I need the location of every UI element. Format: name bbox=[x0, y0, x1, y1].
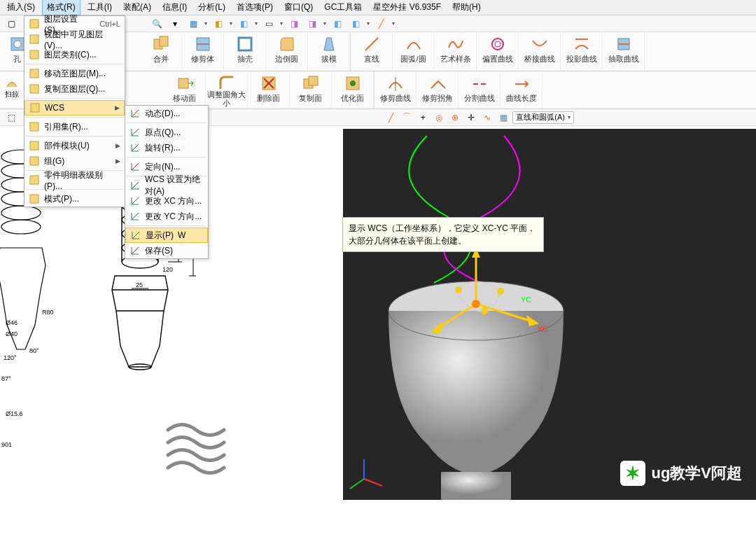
submenu-item[interactable]: 更改 XC 方向... bbox=[125, 193, 208, 209]
ribbon-line[interactable]: 直线 bbox=[351, 32, 393, 71]
ribbon-trim[interactable]: 修剪体 bbox=[182, 32, 224, 71]
draft-icon bbox=[320, 35, 338, 53]
search-icon[interactable]: 🔍 bbox=[150, 17, 164, 31]
menu-item[interactable]: 零件明细表级别(P)... bbox=[24, 172, 125, 188]
point-tool-icon[interactable]: + bbox=[416, 111, 430, 125]
line-icon[interactable]: ╱ bbox=[374, 17, 388, 31]
svg-text:80°: 80° bbox=[29, 347, 39, 354]
optface-icon bbox=[344, 74, 362, 92]
menu-starplugin[interactable]: 星空外挂 V6.935F bbox=[369, 0, 445, 15]
menu-gctoolbox[interactable]: GC工具箱 bbox=[320, 0, 366, 15]
save-icon bbox=[130, 245, 141, 256]
bezier-tool-icon[interactable]: ∿ bbox=[480, 111, 494, 125]
submenu-item[interactable]: 动态(D)... bbox=[125, 106, 208, 121]
menu-help[interactable]: 帮助(H) bbox=[448, 0, 485, 15]
ribbon-label: 圆弧/圆 bbox=[400, 55, 426, 63]
target-tool-icon[interactable]: ⊕ bbox=[448, 111, 462, 125]
grid-icon[interactable]: ▦ bbox=[186, 17, 200, 31]
menu-analysis[interactable]: 分析(L) bbox=[194, 0, 230, 15]
ribbon-arc[interactable]: 圆弧/圆 bbox=[393, 32, 435, 71]
spline-icon bbox=[447, 35, 465, 53]
ribbon-optface[interactable]: 优化面 bbox=[332, 71, 374, 109]
menu-insert[interactable]: 插入(S) bbox=[3, 0, 39, 15]
watermark-text: ug教学V阿超 bbox=[651, 463, 742, 484]
menu-item-label: 复制至图层(Q)... bbox=[44, 83, 105, 95]
ribbon-label: 抽壳 bbox=[237, 55, 253, 63]
ribbon-moveface[interactable]: 移动面 bbox=[164, 71, 206, 109]
bom-icon bbox=[29, 174, 40, 186]
menu-item[interactable]: 视图中可见图层(V)... bbox=[24, 32, 125, 47]
svg-line-7 bbox=[365, 38, 378, 50]
dropdown-icon[interactable]: ▾ bbox=[168, 17, 182, 31]
submenu-item[interactable]: 显示(P)W bbox=[125, 228, 208, 243]
curve-mode-select[interactable]: 直线和圆弧(A)▾ bbox=[512, 111, 574, 124]
cross-tool-icon[interactable]: ✛ bbox=[464, 111, 478, 125]
svg-text:Ø40: Ø40 bbox=[6, 330, 18, 337]
ribbon-resize-fillet[interactable]: 调整圆角大小 bbox=[206, 71, 248, 109]
ribbon-merge[interactable]: 合并 bbox=[140, 32, 182, 71]
ribbon-shell[interactable]: 抽壳 bbox=[224, 32, 266, 71]
submenu-item[interactable]: 保存(S) bbox=[125, 243, 208, 258]
pattern-icon bbox=[29, 193, 40, 204]
menu-item[interactable]: WCS▶ bbox=[24, 100, 125, 116]
ribbon-project[interactable]: 投影曲线 bbox=[561, 32, 603, 71]
submenu-item[interactable]: 定向(N)... bbox=[125, 159, 208, 174]
format-menu: 图层设置(S)...Ctrl+L视图中可见图层(V)...图层类别(C)...移… bbox=[24, 15, 125, 207]
ribbon-deleteface[interactable]: 删除面 bbox=[248, 71, 290, 109]
svg-text:YC: YC bbox=[521, 295, 531, 304]
ribbon-sweep[interactable]: 扫掠 bbox=[0, 71, 24, 109]
ribbon-trimcurve[interactable]: 修剪曲线 bbox=[374, 71, 416, 109]
menu-assembly[interactable]: 装配(A) bbox=[119, 0, 155, 15]
menu-item[interactable]: 模式(P)... bbox=[24, 191, 125, 207]
menu-item[interactable]: 部件模块(U)▶ bbox=[24, 138, 125, 153]
submenu-item[interactable]: 旋转(R)... bbox=[125, 140, 208, 155]
arc-tool-icon[interactable]: ⌒ bbox=[400, 111, 414, 125]
cube-icon[interactable]: ◧ bbox=[349, 17, 363, 31]
menu-item[interactable]: 移动至图层(M)... bbox=[24, 66, 125, 81]
cube-icon[interactable]: ◨ bbox=[305, 17, 319, 31]
tool-button[interactable]: ▢ bbox=[4, 17, 18, 31]
svg-rect-29 bbox=[30, 176, 38, 184]
line-tool-icon[interactable]: ╱ bbox=[384, 111, 398, 125]
menu-info[interactable]: 信息(I) bbox=[158, 0, 191, 15]
cube-icon[interactable]: ◧ bbox=[330, 17, 344, 31]
menu-window[interactable]: 窗口(Q) bbox=[280, 0, 317, 15]
ribbon-copyface[interactable]: 复制面 bbox=[290, 71, 332, 109]
submenu-item[interactable]: WCS 设置为绝对(A) bbox=[125, 178, 208, 193]
dynamic-icon bbox=[130, 108, 141, 119]
ribbon-fillet[interactable]: 边倒圆 bbox=[266, 32, 308, 71]
menu-shortcut: Ctrl+L bbox=[99, 20, 120, 28]
cube-icon[interactable]: ◨ bbox=[287, 17, 301, 31]
rect-icon[interactable]: ▭ bbox=[262, 17, 276, 31]
submenu-arrow-icon: ▶ bbox=[115, 142, 120, 149]
menu-preferences[interactable]: 首选项(P) bbox=[232, 0, 277, 15]
deleteface-icon bbox=[260, 74, 278, 92]
menu-item[interactable]: 组(G)▶ bbox=[24, 153, 125, 169]
ribbon-spline[interactable]: 艺术样条 bbox=[435, 32, 477, 71]
submenu-item[interactable]: 原点(Q)... bbox=[125, 125, 208, 140]
ribbon-label: 合并 bbox=[153, 55, 169, 63]
model-view[interactable]: YC XC ✶ ug教学V阿超 bbox=[343, 129, 756, 500]
ribbon-curvelen[interactable]: 曲线长度 bbox=[500, 71, 542, 109]
submenu-arrow-icon: ▶ bbox=[115, 104, 120, 111]
box-tool-icon[interactable]: ▦ bbox=[496, 111, 510, 125]
trim-icon bbox=[194, 35, 212, 53]
svg-text:25: 25 bbox=[136, 281, 143, 288]
ribbon-bridge[interactable]: 桥接曲线 bbox=[519, 32, 561, 71]
ribbon-trimcorner[interactable]: 修剪拐角 bbox=[416, 71, 458, 109]
circle-tool-icon[interactable]: ◎ bbox=[432, 111, 446, 125]
ribbon-extract[interactable]: 抽取曲线 bbox=[603, 32, 645, 71]
ribbon-offset[interactable]: 偏置曲线 bbox=[477, 32, 519, 71]
menu-item-label: 模式(P)... bbox=[44, 193, 79, 205]
menu-item[interactable]: 复制至图层(Q)... bbox=[24, 81, 125, 97]
ribbon-splitcurve[interactable]: 分割曲线 bbox=[458, 71, 500, 109]
menu-item-label: 视图中可见图层(V)... bbox=[44, 29, 120, 50]
select-icon[interactable]: ⬚ bbox=[4, 111, 18, 125]
ribbon-draft[interactable]: 拔模 bbox=[308, 32, 350, 71]
cube-icon[interactable]: ◧ bbox=[237, 17, 251, 31]
menu-item[interactable]: 引用集(R)... bbox=[24, 119, 125, 134]
svg-point-8 bbox=[492, 39, 503, 50]
cube-icon[interactable]: ◧ bbox=[211, 17, 225, 31]
menu-item-label: 图层类别(C)... bbox=[44, 49, 97, 61]
submenu-item[interactable]: 更改 YC 方向... bbox=[125, 209, 208, 224]
